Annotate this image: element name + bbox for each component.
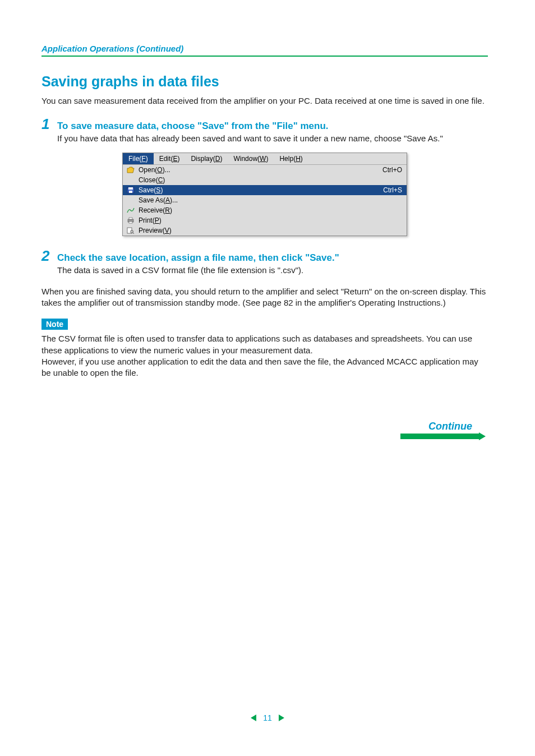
menu-window[interactable]: Window(W) bbox=[228, 153, 274, 164]
file-dropdown: Open(O)... Ctrl+O Close(C) Save(S) Ctrl+… bbox=[123, 165, 407, 236]
step-number: 1 bbox=[41, 117, 52, 131]
step-body: The data is saved in a CSV format file (… bbox=[57, 265, 488, 276]
blank-icon bbox=[126, 176, 135, 184]
menu-item-save[interactable]: Save(S) Ctrl+S bbox=[123, 185, 407, 195]
menu-item-print[interactable]: Print(P) bbox=[123, 215, 407, 225]
menu-display[interactable]: Display(D) bbox=[185, 153, 228, 164]
app-window: File(F) Edit(E) Display(D) Window(W) Hel… bbox=[122, 153, 407, 236]
note-badge: Note bbox=[41, 319, 68, 330]
print-icon bbox=[126, 216, 135, 224]
step-2: 2 Check the save location, assign a file… bbox=[41, 248, 488, 276]
open-icon bbox=[126, 166, 135, 174]
menu-item-save-as[interactable]: Save As(A)... bbox=[123, 195, 407, 205]
preview-icon bbox=[126, 227, 135, 234]
svg-rect-4 bbox=[129, 218, 132, 219]
menu-item-open[interactable]: Open(O)... Ctrl+O bbox=[123, 165, 407, 175]
save-icon bbox=[126, 186, 135, 194]
page-number: 11 bbox=[261, 713, 274, 722]
svg-rect-5 bbox=[129, 222, 132, 223]
step-1: 1 To save measure data, choose "Save" fr… bbox=[41, 117, 488, 144]
note-text-2: However, if you use another application … bbox=[41, 356, 488, 379]
menu-help[interactable]: Help(H) bbox=[274, 153, 308, 164]
intro-text: You can save measurement data received f… bbox=[41, 95, 488, 107]
step-number: 2 bbox=[41, 248, 52, 263]
menubar: File(F) Edit(E) Display(D) Window(W) Hel… bbox=[123, 153, 407, 165]
step-title: To save measure data, choose "Save" from… bbox=[57, 121, 329, 132]
menu-file[interactable]: File(F) bbox=[123, 153, 154, 164]
continue-label: Continue bbox=[428, 421, 472, 432]
svg-rect-2 bbox=[129, 191, 132, 193]
after-steps-text: When you are finished saving data, you s… bbox=[41, 286, 488, 309]
receive-icon bbox=[126, 206, 135, 214]
menu-item-preview[interactable]: Preview(V) bbox=[123, 225, 407, 236]
continue-arrow-icon bbox=[400, 434, 479, 439]
continue-indicator: Continue bbox=[400, 421, 479, 439]
blank-icon bbox=[126, 196, 135, 204]
note-block: Note The CSV format file is often used t… bbox=[41, 319, 488, 379]
step-body: If you have data that has already been s… bbox=[57, 133, 488, 144]
page-number-nav: 11 bbox=[0, 713, 535, 722]
note-text-1: The CSV format file is often used to tra… bbox=[41, 333, 488, 356]
svg-rect-1 bbox=[128, 187, 133, 190]
shortcut: Ctrl+S bbox=[383, 186, 402, 194]
section-title: Saving graphs in data files bbox=[41, 73, 488, 90]
menu-item-receive[interactable]: Receive(R) bbox=[123, 205, 407, 215]
menu-edit[interactable]: Edit(E) bbox=[154, 153, 186, 164]
breadcrumb: Application Operations (Continued) bbox=[41, 44, 488, 57]
svg-line-8 bbox=[133, 233, 134, 234]
shortcut: Ctrl+O bbox=[382, 166, 402, 174]
next-page-icon[interactable] bbox=[279, 714, 284, 721]
step-title: Check the save location, assign a file n… bbox=[57, 252, 339, 264]
prev-page-icon[interactable] bbox=[251, 714, 256, 721]
menu-item-close[interactable]: Close(C) bbox=[123, 175, 407, 185]
